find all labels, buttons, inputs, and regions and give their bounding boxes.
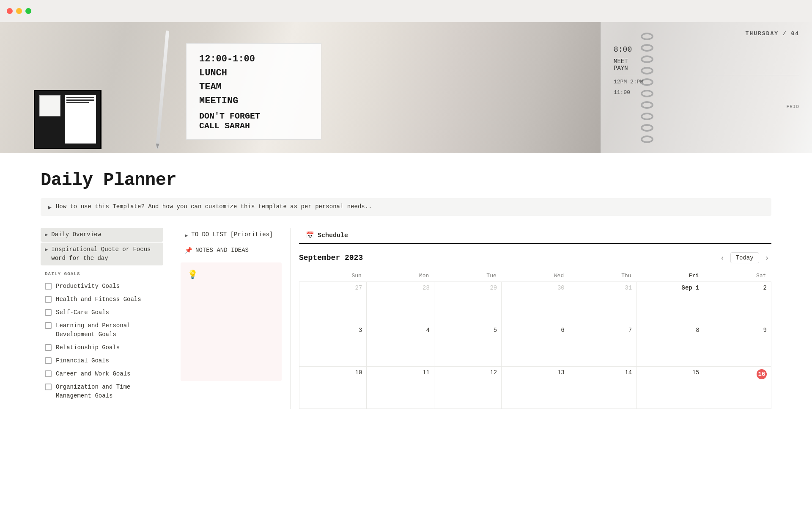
right-column-calendar: 📅 Schedule September 2023 ‹ Today › Sun: [290, 228, 771, 409]
checkbox-selfcare[interactable]: Self-Care Goals: [41, 306, 163, 319]
notes-area[interactable]: 💡: [181, 262, 282, 381]
col-thu: Thu: [569, 270, 636, 282]
checkbox-label: Organization and Time Management Goals: [56, 383, 159, 400]
left-column: ▶ Daily Overview ▶ Inspirational Quote o…: [41, 228, 172, 403]
calendar-day[interactable]: 31: [569, 282, 636, 324]
calendar-day[interactable]: 29: [434, 282, 501, 324]
todo-toggle[interactable]: ▶ TO DO LIST [Priorities]: [181, 228, 282, 242]
col-mon: Mon: [367, 270, 434, 282]
title-bar: [0, 0, 812, 22]
checkbox-label: Learning and Personal Development Goals: [56, 321, 159, 339]
minimize-button[interactable]: [16, 8, 22, 14]
middle-column: ▶ TO DO LIST [Priorities] 📌 NOTES AND ID…: [172, 228, 290, 381]
calendar-day[interactable]: 9: [704, 324, 771, 367]
col-fri: Fri: [636, 270, 704, 282]
callout-text: How to use this Template? And how you ca…: [56, 203, 372, 210]
calendar-day[interactable]: 12: [434, 367, 501, 409]
month-year-label: September 2023: [299, 254, 363, 262]
notes-pin-icon: 📌: [185, 247, 192, 254]
toggle-arrow-icon: ▶: [45, 232, 48, 238]
calendar-day[interactable]: 8: [636, 324, 704, 367]
callout-arrow-icon: ▶: [48, 204, 52, 211]
main-content: Daily Planner ▶ How to use this Template…: [0, 153, 812, 426]
checkbox-label: Health and Fitness Goals: [56, 295, 141, 304]
calendar-day[interactable]: 13: [502, 367, 569, 409]
checkbox-box[interactable]: [45, 357, 52, 364]
daily-overview-label: Daily Overview: [51, 230, 101, 239]
checkbox-career[interactable]: Career and Work Goals: [41, 367, 163, 381]
checkbox-label: Productivity Goals: [56, 282, 120, 291]
checkbox-label: Relationship Goals: [56, 343, 120, 352]
calendar-navigation: ‹ Today ›: [718, 252, 771, 263]
three-column-layout: ▶ Daily Overview ▶ Inspirational Quote o…: [41, 228, 771, 409]
calendar-day[interactable]: 3: [299, 324, 367, 367]
calendar-header: September 2023 ‹ Today ›: [299, 252, 771, 263]
callout-box[interactable]: ▶ How to use this Template? And how you …: [41, 198, 771, 216]
calendar-day[interactable]: 7: [569, 324, 636, 367]
checkbox-learning[interactable]: Learning and Personal Development Goals: [41, 319, 163, 341]
calendar-day[interactable]: 11: [367, 367, 434, 409]
calendar-tab-icon: 📅: [306, 231, 314, 240]
col-sat: Sat: [704, 270, 771, 282]
checkbox-relationship[interactable]: Relationship Goals: [41, 341, 163, 354]
checkbox-box[interactable]: [45, 344, 52, 351]
checkbox-productivity[interactable]: Productivity Goals: [41, 280, 163, 293]
calendar-day[interactable]: 30: [502, 282, 569, 324]
hero-image: 12:00-1:00LUNCHTEAMMEETING DON'T FORGET …: [0, 22, 812, 153]
daily-goals-header: DAILY GOALS: [45, 271, 163, 276]
calendar-day[interactable]: 14: [569, 367, 636, 409]
calendar-day[interactable]: 10: [299, 367, 367, 409]
checkbox-box[interactable]: [45, 309, 52, 316]
checkbox-label: Career and Work Goals: [56, 370, 130, 378]
calendar-day[interactable]: 15: [636, 367, 704, 409]
maximize-button[interactable]: [25, 8, 31, 14]
col-wed: Wed: [502, 270, 569, 282]
calendar-day[interactable]: 27: [299, 282, 367, 324]
checkbox-health[interactable]: Health and Fitness Goals: [41, 293, 163, 306]
todo-label: TO DO LIST [Priorities]: [191, 230, 273, 239]
lightbulb-icon: 💡: [187, 269, 198, 280]
schedule-tab[interactable]: 📅 Schedule: [299, 228, 355, 244]
schedule-tab-label: Schedule: [318, 232, 348, 239]
col-tue: Tue: [434, 270, 501, 282]
calendar-grid: Sun Mon Tue Wed Thu Fri Sat 27 28 29: [299, 270, 771, 409]
inspirational-quote-toggle[interactable]: ▶ Inspirational Quote or Focus word for …: [41, 243, 163, 265]
checkbox-box[interactable]: [45, 283, 52, 290]
calendar-day[interactable]: 28: [367, 282, 434, 324]
next-month-button[interactable]: ›: [763, 252, 771, 263]
calendar-week-row: 10 11 12 13 14 15 16: [299, 367, 771, 409]
calendar-tabs: 📅 Schedule: [299, 228, 771, 244]
checkbox-label: Self-Care Goals: [56, 308, 109, 317]
checkbox-box[interactable]: [45, 370, 52, 377]
checkbox-organization[interactable]: Organization and Time Management Goals: [41, 381, 163, 403]
calendar-day-sep1[interactable]: Sep 1: [636, 282, 704, 324]
notes-item[interactable]: 📌 NOTES AND IDEAS: [181, 243, 282, 257]
calendar-day[interactable]: 2: [704, 282, 771, 324]
close-button[interactable]: [7, 8, 13, 14]
checkbox-financial[interactable]: Financial Goals: [41, 354, 163, 367]
col-sun: Sun: [299, 270, 367, 282]
checkbox-label: Financial Goals: [56, 356, 109, 365]
page-title: Daily Planner: [41, 170, 771, 190]
prev-month-button[interactable]: ‹: [718, 252, 727, 263]
checkbox-box[interactable]: [45, 296, 52, 303]
calendar-day[interactable]: 4: [367, 324, 434, 367]
todo-arrow-icon: ▶: [185, 232, 188, 239]
toggle-arrow-icon-2: ▶: [45, 246, 48, 253]
inspirational-quote-label: Inspirational Quote or Focus word for th…: [51, 245, 159, 263]
calendar-week-row: 27 28 29 30 31 Sep 1 2: [299, 282, 771, 324]
calendar-day[interactable]: 5: [434, 324, 501, 367]
notes-label: NOTES AND IDEAS: [195, 246, 249, 255]
checkbox-box[interactable]: [45, 322, 52, 329]
today-button[interactable]: Today: [730, 252, 759, 263]
calendar-header-row: Sun Mon Tue Wed Thu Fri Sat: [299, 270, 771, 282]
daily-overview-toggle[interactable]: ▶ Daily Overview: [41, 228, 163, 242]
calendar-week-row: 3 4 5 6 7 8 9: [299, 324, 771, 367]
checkbox-box[interactable]: [45, 384, 52, 390]
calendar-day[interactable]: 6: [502, 324, 569, 367]
calendar-day-today[interactable]: 16: [704, 367, 771, 409]
